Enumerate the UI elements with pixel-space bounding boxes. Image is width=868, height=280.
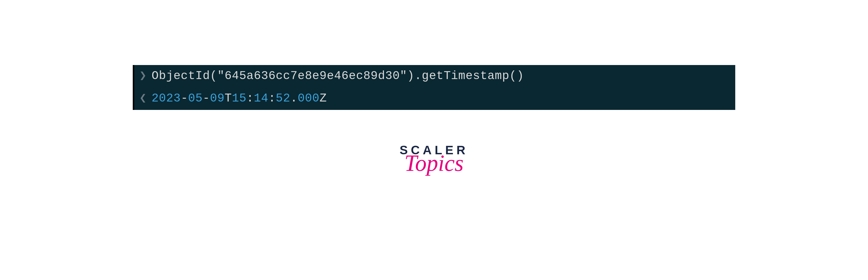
timestamp-dot: . xyxy=(290,92,298,105)
terminal-output: 2023-05-09T15:14:52.000Z xyxy=(152,91,327,106)
prompt-chevron-icon: ❯ xyxy=(140,69,147,84)
timestamp-colon: : xyxy=(268,92,276,105)
timestamp-day: 09 xyxy=(210,92,225,105)
timestamp-colon: : xyxy=(247,92,254,105)
timestamp-year: 2023 xyxy=(152,92,181,105)
terminal-input-line: ❯ ObjectId("645a636cc7e8e9e46ec89d30").g… xyxy=(134,65,735,88)
timestamp-dash: - xyxy=(203,92,210,105)
scaler-topics-logo: SCALER Topics xyxy=(400,143,468,176)
terminal-output-line: ❮ 2023-05-09T15:14:52.000Z xyxy=(134,88,735,110)
logo-topics-text: Topics xyxy=(404,150,464,176)
timestamp-dash: - xyxy=(181,92,188,105)
terminal-panel: ❯ ObjectId("645a636cc7e8e9e46ec89d30").g… xyxy=(133,65,735,110)
terminal-command: ObjectId("645a636cc7e8e9e46ec89d30").get… xyxy=(152,69,524,84)
output-chevron-icon: ❮ xyxy=(140,91,147,106)
timestamp-Z: Z xyxy=(320,92,327,105)
timestamp-millisecond: 000 xyxy=(298,92,320,105)
timestamp-hour: 15 xyxy=(232,92,246,105)
timestamp-month: 05 xyxy=(188,92,203,105)
timestamp-T: T xyxy=(225,92,232,105)
timestamp-minute: 14 xyxy=(254,92,268,105)
timestamp-second: 52 xyxy=(276,92,290,105)
